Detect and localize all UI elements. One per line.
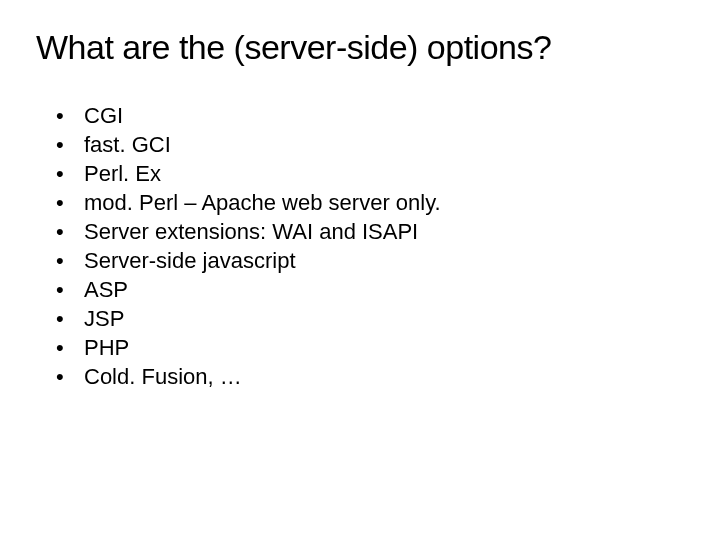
list-item: Server-side javascript — [56, 246, 684, 275]
bullet-list: CGI fast. GCI Perl. Ex mod. Perl – Apach… — [36, 101, 684, 391]
list-item: mod. Perl – Apache web server only. — [56, 188, 684, 217]
list-item: PHP — [56, 333, 684, 362]
list-item: Server extensions: WAI and ISAPI — [56, 217, 684, 246]
list-item: JSP — [56, 304, 684, 333]
list-item: fast. GCI — [56, 130, 684, 159]
list-item: CGI — [56, 101, 684, 130]
slide-title: What are the (server-side) options? — [36, 28, 684, 67]
slide: What are the (server-side) options? CGI … — [0, 0, 720, 540]
list-item: ASP — [56, 275, 684, 304]
list-item: Perl. Ex — [56, 159, 684, 188]
list-item: Cold. Fusion, … — [56, 362, 684, 391]
